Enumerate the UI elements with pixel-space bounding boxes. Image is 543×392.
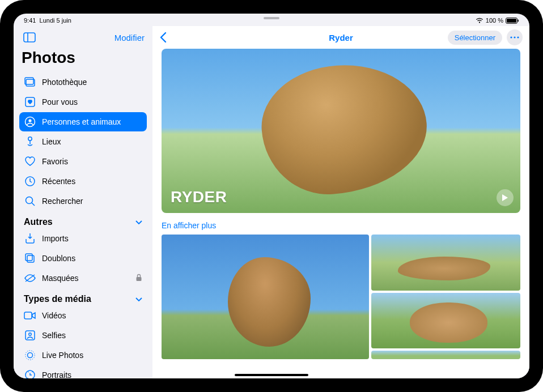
status-date: Lundi 5 juin bbox=[40, 17, 71, 24]
battery-icon bbox=[506, 18, 519, 24]
grid-photo-thumb[interactable] bbox=[371, 235, 520, 291]
photo-grid bbox=[162, 235, 520, 359]
select-button[interactable]: Sélectionner bbox=[448, 31, 502, 45]
heart-square-icon bbox=[24, 96, 36, 108]
svg-rect-1 bbox=[507, 19, 516, 23]
sidebar-item-videos[interactable]: Vidéos bbox=[19, 306, 147, 325]
home-indicator[interactable] bbox=[235, 374, 308, 376]
svg-point-23 bbox=[28, 353, 33, 358]
svg-point-26 bbox=[510, 36, 512, 38]
sidebar-item-label: Personnes et animaux bbox=[42, 117, 121, 126]
hero-photo[interactable]: RYDER bbox=[162, 49, 520, 213]
selfie-icon bbox=[24, 329, 36, 342]
multitask-handle[interactable] bbox=[264, 17, 279, 19]
lock-icon bbox=[135, 274, 142, 283]
sidebar-item-library[interactable]: Photothèque bbox=[19, 73, 147, 92]
sidebar-item-people-pets[interactable]: Personnes et animaux bbox=[19, 112, 147, 131]
import-icon bbox=[24, 232, 36, 245]
grid-photo-thumb[interactable] bbox=[371, 293, 520, 349]
grid-photo-thumb[interactable] bbox=[371, 351, 520, 359]
svg-point-22 bbox=[29, 333, 32, 336]
svg-point-28 bbox=[517, 36, 519, 38]
live-icon bbox=[24, 349, 36, 361]
svg-point-10 bbox=[28, 137, 32, 140]
svg-point-13 bbox=[26, 197, 33, 204]
svg-point-27 bbox=[514, 36, 515, 38]
sidebar-section-others[interactable]: Autres bbox=[19, 211, 147, 229]
sidebar-item-label: Pour vous bbox=[42, 97, 78, 106]
sidebar-item-favorites[interactable]: Favoris bbox=[19, 152, 147, 171]
sidebar-item-label: Favoris bbox=[42, 157, 68, 166]
edit-button[interactable]: Modifier bbox=[114, 33, 145, 42]
svg-marker-29 bbox=[502, 194, 508, 201]
sidebar-title: Photos bbox=[19, 48, 147, 73]
hidden-icon bbox=[24, 272, 36, 284]
sidebar-item-label: Selfies bbox=[42, 331, 66, 340]
sidebar-item-label: Vidéos bbox=[42, 311, 66, 320]
play-memory-button[interactable] bbox=[497, 189, 514, 206]
status-time: 9:41 bbox=[24, 17, 36, 24]
more-button[interactable] bbox=[507, 29, 523, 45]
sidebar-item-label: Rechercher bbox=[42, 197, 83, 206]
sidebar-item-livephotos[interactable]: Live Photos bbox=[19, 346, 147, 365]
svg-rect-15 bbox=[27, 255, 34, 262]
pin-icon bbox=[24, 135, 36, 148]
search-icon bbox=[24, 195, 36, 207]
video-icon bbox=[24, 309, 36, 322]
duplicates-icon bbox=[24, 252, 36, 265]
person-circle-icon bbox=[24, 116, 36, 128]
status-bar: 9:41 Lundi 5 juin 100 % bbox=[14, 14, 529, 26]
sidebar-item-duplicates[interactable]: Doublons bbox=[19, 249, 147, 268]
main-header: Ryder Sélectionner bbox=[152, 26, 529, 49]
svg-rect-3 bbox=[24, 33, 35, 42]
grid-photo-large[interactable] bbox=[162, 235, 369, 359]
sidebar-item-label: Lieux bbox=[42, 137, 61, 146]
sidebar-item-label: Live Photos bbox=[42, 351, 83, 360]
sidebar-item-portraits[interactable]: Portraits bbox=[19, 365, 147, 378]
battery-percent: 100 % bbox=[486, 17, 503, 24]
svg-rect-18 bbox=[137, 277, 142, 281]
sidebar-item-imports[interactable]: Imports bbox=[19, 229, 147, 248]
chevron-down-icon bbox=[135, 217, 142, 227]
portrait-icon bbox=[24, 369, 36, 378]
sidebar-toggle-button[interactable] bbox=[22, 31, 37, 44]
sidebar-section-media[interactable]: Types de média bbox=[19, 288, 147, 306]
svg-marker-20 bbox=[32, 313, 35, 318]
page-title: Ryder bbox=[329, 33, 353, 42]
clock-icon bbox=[24, 175, 36, 188]
sidebar-item-label: Doublons bbox=[42, 254, 75, 263]
back-button[interactable] bbox=[159, 29, 175, 45]
sidebar-item-label: Imports bbox=[42, 234, 69, 243]
main-content: Ryder Sélectionner RYDER bbox=[152, 26, 529, 378]
sidebar-item-label: Masquées bbox=[42, 274, 79, 283]
sidebar: Modifier Photos Photothèque Pour vous Pe… bbox=[14, 26, 152, 378]
chevron-down-icon bbox=[135, 294, 142, 304]
sidebar-item-search[interactable]: Rechercher bbox=[19, 191, 147, 211]
svg-line-14 bbox=[32, 203, 35, 206]
hero-name-label: RYDER bbox=[171, 188, 227, 206]
sidebar-item-recents[interactable]: Récentes bbox=[19, 172, 147, 191]
svg-rect-16 bbox=[26, 254, 32, 261]
heart-icon bbox=[24, 155, 36, 168]
sidebar-item-label: Photothèque bbox=[42, 78, 87, 87]
sidebar-item-label: Récentes bbox=[42, 177, 75, 186]
sidebar-item-foryou[interactable]: Pour vous bbox=[19, 92, 147, 112]
sidebar-item-places[interactable]: Lieux bbox=[19, 132, 147, 151]
photo-subject bbox=[228, 257, 311, 347]
svg-point-9 bbox=[28, 119, 31, 122]
wifi-icon bbox=[476, 18, 483, 23]
svg-rect-19 bbox=[24, 312, 32, 319]
sidebar-item-hidden[interactable]: Masquées bbox=[19, 269, 147, 288]
svg-point-24 bbox=[26, 351, 35, 360]
sidebar-item-selfies[interactable]: Selfies bbox=[19, 326, 147, 345]
show-more-link[interactable]: En afficher plus bbox=[162, 221, 216, 230]
library-icon bbox=[24, 76, 36, 88]
svg-rect-2 bbox=[518, 19, 519, 22]
sidebar-item-label: Portraits bbox=[42, 370, 71, 378]
hero-subject bbox=[258, 59, 431, 199]
